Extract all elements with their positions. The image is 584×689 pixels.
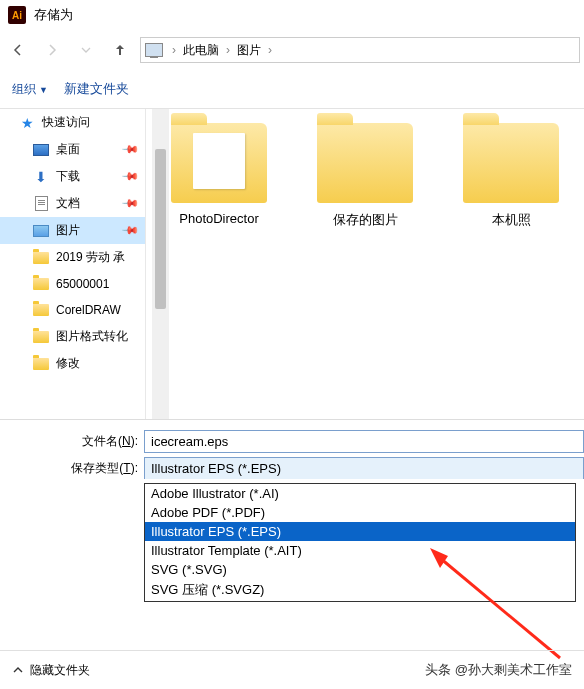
sidebar-item-label: 65000001 xyxy=(56,277,109,291)
new-folder-button[interactable]: 新建文件夹 xyxy=(64,80,129,98)
folder-icon xyxy=(32,250,50,266)
organize-label: 组织 xyxy=(12,82,36,96)
sidebar-item-pictures[interactable]: 图片 📌 xyxy=(0,217,145,244)
chevron-right-icon: › xyxy=(223,43,233,57)
folder-label: PhotoDirector xyxy=(154,211,284,226)
forward-button[interactable] xyxy=(38,36,66,64)
filetype-label: 保存类型(T): xyxy=(58,460,144,477)
pin-icon: 📌 xyxy=(120,194,139,213)
chevron-right-icon: › xyxy=(169,43,179,57)
watermark-text: 头条 @孙大剩美术工作室 xyxy=(425,661,572,679)
caret-down-icon: ▼ xyxy=(39,85,48,95)
sidebar-item-label: CorelDRAW xyxy=(56,303,121,317)
sidebar-item-folder[interactable]: 65000001 xyxy=(0,271,145,297)
sidebar-item-label: 快速访问 xyxy=(42,114,90,131)
folder-item[interactable]: 本机照 xyxy=(446,123,576,405)
crumb-this-pc[interactable]: 此电脑 xyxy=(179,42,223,59)
save-form: 文件名(N): 保存类型(T): Illustrator EPS (*.EPS) xyxy=(0,420,584,479)
recent-dropdown-icon[interactable] xyxy=(72,36,100,64)
nav-bar: › 此电脑 › 图片 › xyxy=(0,30,584,70)
hide-folders-label: 隐藏文件夹 xyxy=(30,662,90,679)
filetype-option[interactable]: Illustrator Template (*.AIT) xyxy=(145,541,575,560)
pictures-icon xyxy=(32,223,50,239)
chevron-up-icon xyxy=(12,664,24,676)
folder-icon xyxy=(32,329,50,345)
sidebar-item-downloads[interactable]: ⬇ 下载 📌 xyxy=(0,163,145,190)
sidebar[interactable]: ★ 快速访问 桌面 📌 ⬇ 下载 📌 文档 📌 图片 📌 2019 劳动 承 xyxy=(0,109,146,419)
sidebar-item-label: 图片格式转化 xyxy=(56,328,128,345)
organize-menu[interactable]: 组织▼ xyxy=(12,81,48,98)
filename-label: 文件名(N): xyxy=(58,433,144,450)
folder-icon xyxy=(32,302,50,318)
star-icon: ★ xyxy=(18,115,36,131)
filename-input[interactable] xyxy=(144,430,584,453)
filetype-combobox[interactable]: Illustrator EPS (*.EPS) xyxy=(144,457,584,479)
this-pc-icon xyxy=(145,43,163,57)
folder-icon xyxy=(32,276,50,292)
sidebar-item-label: 下载 xyxy=(56,168,80,185)
sidebar-scrollbar[interactable] xyxy=(152,109,169,419)
folder-label: 本机照 xyxy=(446,211,576,229)
sidebar-item-quick-access[interactable]: ★ 快速访问 xyxy=(0,109,145,136)
toolbar: 组织▼ 新建文件夹 xyxy=(0,70,584,108)
sidebar-item-label: 图片 xyxy=(56,222,80,239)
pin-icon: 📌 xyxy=(120,221,139,240)
sidebar-item-folder[interactable]: CorelDRAW xyxy=(0,297,145,323)
download-icon: ⬇ xyxy=(32,169,50,185)
filetype-option[interactable]: Adobe PDF (*.PDF) xyxy=(145,503,575,522)
sidebar-item-folder[interactable]: 2019 劳动 承 xyxy=(0,244,145,271)
filetype-option[interactable]: Adobe Illustrator (*.AI) xyxy=(145,484,575,503)
sidebar-item-label: 桌面 xyxy=(56,141,80,158)
crumb-pictures[interactable]: 图片 xyxy=(233,42,265,59)
folder-item[interactable]: 保存的图片 xyxy=(300,123,430,405)
filetype-option[interactable]: SVG 压缩 (*.SVGZ) xyxy=(145,579,575,601)
sidebar-item-label: 2019 劳动 承 xyxy=(56,249,125,266)
folder-item[interactable]: PhotoDirector xyxy=(154,123,284,405)
content-area: ★ 快速访问 桌面 📌 ⬇ 下载 📌 文档 📌 图片 📌 2019 劳动 承 xyxy=(0,109,584,419)
desktop-icon xyxy=(32,142,50,158)
sidebar-item-folder[interactable]: 修改 xyxy=(0,350,145,377)
pin-icon: 📌 xyxy=(120,167,139,186)
filetype-dropdown[interactable]: Adobe Illustrator (*.AI) Adobe PDF (*.PD… xyxy=(144,483,576,602)
up-button[interactable] xyxy=(106,36,134,64)
document-icon xyxy=(32,196,50,212)
sidebar-item-desktop[interactable]: 桌面 📌 xyxy=(0,136,145,163)
folder-icon xyxy=(463,123,559,203)
folder-icon xyxy=(32,356,50,372)
footer: 隐藏文件夹 头条 @孙大剩美术工作室 xyxy=(0,650,584,689)
title-bar: Ai 存储为 xyxy=(0,0,584,30)
breadcrumb-bar[interactable]: › 此电脑 › 图片 › xyxy=(140,37,580,63)
sidebar-item-label: 文档 xyxy=(56,195,80,212)
ai-app-icon: Ai xyxy=(8,6,26,24)
filetype-option[interactable]: Illustrator EPS (*.EPS) xyxy=(145,522,575,541)
folder-icon xyxy=(171,123,267,203)
sidebar-item-documents[interactable]: 文档 📌 xyxy=(0,190,145,217)
filetype-option[interactable]: SVG (*.SVG) xyxy=(145,560,575,579)
folder-icon xyxy=(317,123,413,203)
window-title: 存储为 xyxy=(34,6,73,24)
folder-view[interactable]: PhotoDirector 保存的图片 本机照 xyxy=(146,109,584,419)
sidebar-item-label: 修改 xyxy=(56,355,80,372)
back-button[interactable] xyxy=(4,36,32,64)
sidebar-item-folder[interactable]: 图片格式转化 xyxy=(0,323,145,350)
folder-label: 保存的图片 xyxy=(300,211,430,229)
hide-folders-toggle[interactable]: 隐藏文件夹 xyxy=(12,662,90,679)
pin-icon: 📌 xyxy=(120,140,139,159)
chevron-right-icon: › xyxy=(265,43,275,57)
